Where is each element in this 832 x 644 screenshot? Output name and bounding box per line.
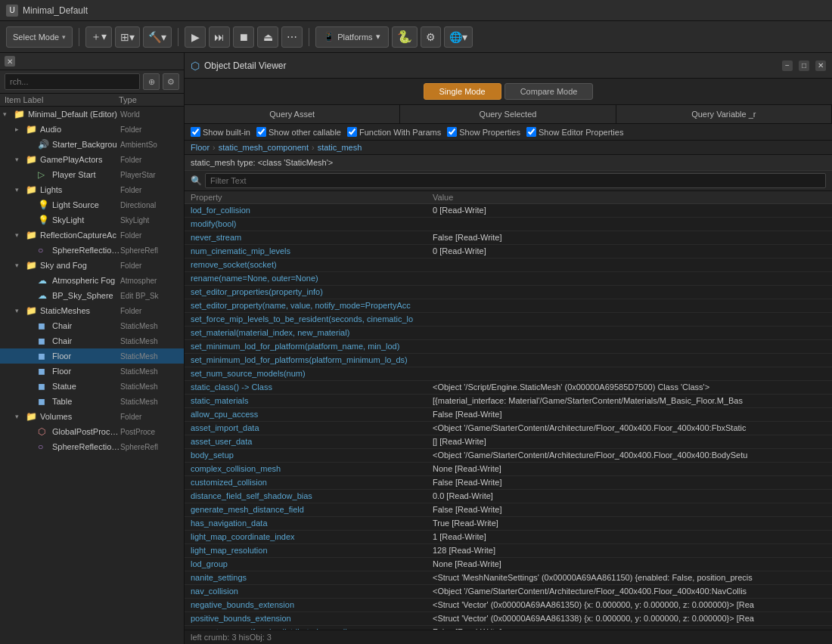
prop-row[interactable]: customized_collisionFalse [Read-Write]	[185, 476, 832, 490]
prop-name[interactable]: complex_collision_mesh	[191, 463, 433, 474]
prop-row[interactable]: asset_user_data[] [Read-Write]	[185, 435, 832, 449]
breadcrumb-mesh[interactable]: static_mesh	[318, 143, 362, 152]
tree-item-minimal_default[interactable]: ▾📁Minimal_Default (Editor)World	[0, 107, 184, 122]
prop-name[interactable]: modify(bool)	[191, 218, 433, 229]
prop-row[interactable]: has_navigation_dataTrue [Read-Write]	[185, 517, 832, 531]
prop-row[interactable]: never_streamFalse [Read-Write]	[185, 231, 832, 245]
search-input[interactable]	[5, 73, 140, 90]
tree-item-sphere_reflection2[interactable]: ○SphereReflectionCapSphereRefl	[0, 439, 184, 454]
prop-name[interactable]: nanite_settings	[191, 572, 433, 583]
add-content-button[interactable]: ⊕	[143, 73, 160, 90]
prop-name[interactable]: lod_group	[191, 559, 433, 569]
odv-maximize-button[interactable]: □	[799, 60, 809, 71]
show-properties-checkbox[interactable]	[447, 127, 457, 137]
python-button[interactable]: 🐍	[392, 26, 418, 48]
show-properties-filter[interactable]: Show Properties	[447, 127, 520, 137]
prop-row[interactable]: num_cinematic_mip_levels0 [Read-Write]	[185, 245, 832, 259]
prop-row[interactable]: complex_collision_meshNone [Read-Write]	[185, 463, 832, 476]
prop-name[interactable]: negative_bounds_extension	[191, 599, 433, 610]
tree-item-volumes[interactable]: ▾📁VolumesFolder	[0, 409, 184, 424]
prop-row[interactable]: light_map_resolution128 [Read-Write]	[185, 544, 832, 558]
tree-item-floor2[interactable]: ◼FloorStaticMesh	[0, 364, 184, 379]
prop-name[interactable]: rename(name=None, outer=None)	[191, 273, 433, 283]
prop-row[interactable]: rename(name=None, outer=None)	[185, 272, 832, 286]
function-with-params-checkbox[interactable]	[347, 127, 357, 137]
tree-item-reflection_capture[interactable]: ▾📁ReflectionCaptureAcFolder	[0, 228, 184, 243]
settings-button[interactable]: ⚙	[421, 26, 441, 48]
eject-button[interactable]: ⏏	[257, 26, 278, 48]
prop-row[interactable]: set_material(material_index, new_materia…	[185, 327, 832, 340]
tree-item-light_source[interactable]: 💡Light SourceDirectional	[0, 197, 184, 212]
tree-item-sphere_reflection[interactable]: ○SphereReflectionCSphereRefl	[0, 243, 184, 258]
prop-row[interactable]: static_materials[{material_interface: Ma…	[185, 395, 832, 408]
breadcrumb-floor[interactable]: Floor	[191, 143, 210, 152]
prop-name[interactable]: asset_import_data	[191, 423, 433, 433]
prop-row[interactable]: set_editor_properties(property_info)	[185, 286, 832, 299]
prop-row[interactable]: negative_bounds_extension<Struct 'Vector…	[185, 599, 832, 612]
prop-row[interactable]: modify(bool)	[185, 218, 832, 231]
add-actor-button[interactable]: ＋▾	[85, 26, 112, 48]
snap-button[interactable]: ⊞▾	[115, 26, 140, 48]
prop-name[interactable]: set_force_mip_levels_to_be_resident(seco…	[191, 314, 433, 324]
prop-name[interactable]: set_minimum_lod_for_platform(platform_na…	[191, 341, 433, 351]
prop-row[interactable]: set_force_mip_levels_to_be_resident(seco…	[185, 313, 832, 327]
prop-name[interactable]: static_materials	[191, 395, 433, 406]
prop-name[interactable]: asset_user_data	[191, 436, 433, 447]
tree-item-bp_sky_sphere[interactable]: ☁BP_Sky_SphereEdit BP_Sk	[0, 288, 184, 303]
prop-name[interactable]: generate_mesh_distance_field	[191, 504, 433, 515]
prop-row[interactable]: nav_collision<Object '/Game/StarterConte…	[185, 585, 832, 599]
prop-name[interactable]: lod_for_collision	[191, 205, 433, 215]
platforms-button[interactable]: 📱 Platforms ▾	[315, 26, 388, 48]
prop-row[interactable]: asset_import_data<Object '/Game/StarterC…	[185, 422, 832, 435]
tree-item-skylight[interactable]: 💡SkyLightSkyLight	[0, 212, 184, 228]
query-asset-button[interactable]: Query Asset	[185, 105, 400, 123]
prop-row[interactable]: generate_mesh_distance_fieldFalse [Read-…	[185, 503, 832, 517]
build-button[interactable]: 🔨▾	[143, 26, 172, 48]
play-button[interactable]: ▶	[185, 26, 206, 48]
prop-name[interactable]: set_num_source_models(num)	[191, 368, 433, 379]
prop-name[interactable]: customized_collision	[191, 477, 433, 488]
tree-item-floor[interactable]: ◼FloorStaticMesh	[0, 348, 184, 364]
tree-item-table[interactable]: ◼TableStaticMesh	[0, 394, 184, 409]
prop-name[interactable]: body_setup	[191, 450, 433, 460]
prop-row[interactable]: set_num_source_models(num)	[185, 367, 832, 381]
tree-item-starter_bg[interactable]: 🔊Starter_BackgrouAmbientSo	[0, 137, 184, 152]
show-builtin-filter[interactable]: Show built-in	[191, 127, 250, 137]
prop-name[interactable]: num_cinematic_mip_levels	[191, 246, 433, 256]
prop-name[interactable]: light_map_coordinate_index	[191, 531, 433, 542]
odv-minimize-button[interactable]: −	[782, 60, 793, 71]
compare-mode-button[interactable]: Compare Mode	[504, 83, 594, 100]
odv-close-button[interactable]: ✕	[815, 60, 826, 71]
prop-name[interactable]: never_stream	[191, 232, 433, 243]
prop-row[interactable]: distance_field_self_shadow_bias0.0 [Read…	[185, 490, 832, 503]
stop-button[interactable]: ⏹	[233, 26, 254, 48]
tree-item-lights[interactable]: ▾📁LightsFolder	[0, 182, 184, 197]
prop-row[interactable]: body_setup<Object '/Game/StarterContent/…	[185, 449, 832, 463]
tree-item-chair1[interactable]: ◼ChairStaticMesh	[0, 318, 184, 333]
breadcrumb-component[interactable]: static_mesh_component	[219, 143, 309, 152]
prop-row[interactable]: lod_groupNone [Read-Write]	[185, 558, 832, 571]
online-button[interactable]: 🌐▾	[444, 26, 473, 48]
tree-item-static_meshes[interactable]: ▾📁StaticMeshesFolder	[0, 303, 184, 318]
select-mode-button[interactable]: Select Mode ▾	[6, 26, 73, 48]
single-mode-button[interactable]: Single Mode	[424, 83, 501, 100]
prop-name[interactable]: set_editor_properties(property_info)	[191, 286, 433, 297]
show-builtin-checkbox[interactable]	[191, 127, 200, 137]
prop-name[interactable]: set_editor_property(name, value, notify_…	[191, 300, 433, 311]
query-selected-button[interactable]: Query Selected	[400, 105, 616, 123]
prop-name[interactable]: remove_socket(socket)	[191, 259, 433, 270]
prop-name[interactable]: distance_field_self_shadow_bias	[191, 491, 433, 501]
tree-item-audio[interactable]: ▸📁AudioFolder	[0, 122, 184, 137]
settings-tree-button[interactable]: ⚙	[163, 73, 179, 90]
prop-row[interactable]: positive_bounds_extension<Struct 'Vector…	[185, 612, 832, 626]
tree-item-global_post[interactable]: ⬡GlobalPostProcessPostProce	[0, 424, 184, 439]
prop-row[interactable]: light_map_coordinate_index1 [Read-Write]	[185, 531, 832, 544]
tree-item-player_start[interactable]: ▷Player StartPlayerStar	[0, 167, 184, 182]
prop-name[interactable]: allow_cpu_access	[191, 409, 433, 420]
tree-item-chair2[interactable]: ◼ChairStaticMesh	[0, 333, 184, 348]
prop-row[interactable]: nanite_settings<Struct 'MeshNaniteSettin…	[185, 571, 832, 585]
prop-row[interactable]: set_editor_property(name, value, notify_…	[185, 299, 832, 313]
prop-name[interactable]: static_class() -> Class	[191, 382, 433, 392]
prop-row[interactable]: set_minimum_lod_for_platform(platform_na…	[185, 340, 832, 354]
prop-row[interactable]: lod_for_collision0 [Read-Write]	[185, 204, 832, 218]
